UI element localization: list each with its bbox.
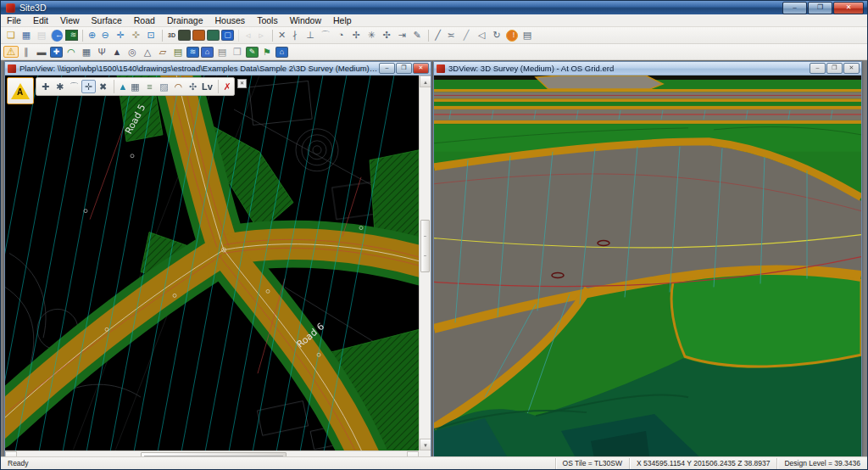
minimize-button[interactable]: – bbox=[782, 2, 807, 14]
zoom-out-icon[interactable]: ⊖ bbox=[97, 30, 113, 42]
select-node-icon[interactable]: ✛ bbox=[81, 80, 96, 93]
view3d-maximize-button[interactable]: ❐ bbox=[826, 63, 843, 74]
toolbar-close-icon[interactable]: ✕ bbox=[237, 79, 247, 88]
road-design-icon[interactable]: ∥ bbox=[19, 46, 34, 58]
print-icon[interactable]: ▤ bbox=[34, 30, 49, 42]
levels-add-icon[interactable]: ≡ bbox=[142, 80, 157, 93]
landscape-icon[interactable]: ✎ bbox=[246, 47, 259, 58]
planview-titlebar[interactable]: PlanView: \\tigon\wbp\1500\1540\drawings… bbox=[5, 62, 431, 76]
road-markings-icon[interactable]: ▲ bbox=[109, 46, 125, 58]
earthworks-icon[interactable]: △ bbox=[140, 46, 155, 58]
construction-icon[interactable]: ▤ bbox=[170, 46, 186, 58]
estate-icon[interactable]: ⌂ bbox=[275, 47, 288, 58]
check-road-icon[interactable]: ⚠ bbox=[3, 46, 19, 58]
status-bar: Ready OS Tile = TL30SW X 534595.1154 Y 2… bbox=[1, 456, 867, 469]
view3d-canvas[interactable] bbox=[434, 76, 861, 456]
view3d-minimize-button[interactable]: – bbox=[810, 63, 826, 74]
hatch-icon[interactable]: ▨ bbox=[157, 80, 171, 93]
junction-design-icon[interactable]: Ψ bbox=[94, 46, 109, 58]
error-warning-icon[interactable]: ! bbox=[506, 30, 518, 42]
report-icon[interactable]: ▤ bbox=[214, 46, 230, 58]
planview-canvas[interactable]: Road 5 Road 6 A ✚✱⌒✛✖▲▦≡▨◠✣Lv✗ ✕ bbox=[5, 76, 419, 450]
prev-view-icon[interactable]: ◃ bbox=[238, 30, 253, 42]
scroll-up-icon[interactable]: ▲ bbox=[420, 76, 431, 87]
planview-vscrollbar[interactable]: ▲ ▼ bbox=[419, 76, 431, 450]
scroll-left-icon[interactable]: ◄ bbox=[5, 451, 17, 456]
angle-icon[interactable]: ◔ bbox=[333, 30, 348, 42]
visibility-icon[interactable]: ◎ bbox=[125, 46, 140, 58]
menu-item[interactable]: Help bbox=[327, 14, 358, 26]
planview-maximize-button[interactable]: ❐ bbox=[396, 63, 412, 74]
menu-item[interactable]: File bbox=[1, 14, 27, 26]
delete-node-icon[interactable]: ✖ bbox=[96, 80, 110, 93]
star-point-icon[interactable]: ✳ bbox=[364, 30, 379, 42]
fit-arc-icon[interactable]: ⌒ bbox=[318, 30, 333, 42]
view-2d3d-icon[interactable]: 3D bbox=[162, 30, 177, 42]
add-node-icon[interactable]: ✱ bbox=[53, 80, 67, 93]
view3d-close-button[interactable]: ✕ bbox=[843, 63, 860, 74]
zoom-in-icon[interactable]: ⊕ bbox=[82, 30, 97, 42]
scroll-down-icon[interactable]: ▼ bbox=[420, 439, 431, 450]
surface-view-icon[interactable]: ≋ bbox=[65, 30, 78, 41]
export-icon[interactable]: ❒ bbox=[230, 46, 245, 58]
point-levels-icon[interactable]: ✣ bbox=[186, 80, 200, 93]
menu-item[interactable]: Houses bbox=[209, 14, 252, 26]
join-lines-icon[interactable]: ✕ bbox=[272, 30, 287, 42]
parallel-line-icon[interactable]: ≍ bbox=[443, 30, 459, 42]
menu-item[interactable]: Surface bbox=[86, 14, 128, 26]
add-curve-icon[interactable]: ⌒ bbox=[67, 80, 81, 93]
section-warning-button[interactable]: A bbox=[7, 77, 34, 104]
planview-minimize-button[interactable]: – bbox=[379, 63, 395, 74]
close-button[interactable]: ✕ bbox=[833, 2, 864, 14]
hscroll-thumb[interactable] bbox=[141, 452, 287, 456]
delete-road-icon[interactable]: ✗ bbox=[218, 80, 232, 93]
menu-item[interactable]: Window bbox=[284, 14, 327, 26]
planview-close-button[interactable]: ✕ bbox=[413, 63, 429, 74]
flag-node-icon[interactable]: ◁ bbox=[474, 30, 489, 42]
menu-item[interactable]: Tools bbox=[251, 14, 284, 26]
view3d-titlebar[interactable]: 3DView: 3D Survey (Medium) - At OS Grid.… bbox=[434, 62, 861, 76]
long-section-icon[interactable]: ▦ bbox=[128, 80, 142, 93]
view-terrain-icon[interactable] bbox=[207, 30, 220, 41]
level-label-icon[interactable]: Lv bbox=[200, 80, 214, 93]
surface-design-icon[interactable]: ◠ bbox=[64, 46, 79, 58]
drainage-design-icon[interactable]: ≋ bbox=[186, 47, 199, 58]
carriageway-icon[interactable]: ▬ bbox=[34, 46, 49, 58]
menu-item[interactable]: View bbox=[54, 14, 86, 26]
rotate-view-icon[interactable]: ↻ bbox=[489, 30, 504, 42]
pan-icon[interactable]: ✜ bbox=[128, 30, 143, 42]
signage-icon[interactable]: ⚑ bbox=[259, 46, 275, 58]
save-icon[interactable]: ▦ bbox=[19, 30, 34, 42]
open-file-icon[interactable]: ❏ bbox=[3, 30, 19, 42]
view-night-icon[interactable] bbox=[178, 30, 191, 41]
align-points-icon[interactable]: ⇥ bbox=[394, 30, 409, 42]
draw-line-icon[interactable]: ╱ bbox=[428, 30, 443, 42]
menu-item[interactable]: Drainage bbox=[161, 14, 209, 26]
view-render-icon[interactable]: ▢ bbox=[221, 30, 234, 41]
break-line-icon[interactable]: ∤ bbox=[287, 30, 303, 42]
next-view-icon[interactable]: ▹ bbox=[253, 30, 269, 42]
view-thermal-icon[interactable] bbox=[192, 30, 205, 41]
spread-points-icon[interactable]: ✣ bbox=[379, 30, 394, 42]
zoom-window-icon[interactable]: ⊡ bbox=[143, 30, 159, 42]
menu-item[interactable]: Edit bbox=[27, 14, 54, 26]
house-design-icon[interactable]: ⌂ bbox=[201, 47, 214, 58]
back-icon[interactable]: ← bbox=[51, 30, 63, 42]
kerbs-icon[interactable]: ▱ bbox=[155, 46, 170, 58]
zoom-extents-icon[interactable]: ✛ bbox=[113, 30, 128, 42]
curve-road-icon[interactable]: ◠ bbox=[171, 80, 186, 93]
crossing-icon[interactable]: ✚ bbox=[50, 47, 63, 58]
tee-junction-icon[interactable]: ⊥ bbox=[303, 30, 318, 42]
maximize-button[interactable]: ❐ bbox=[808, 2, 832, 14]
sketch-icon[interactable]: ✎ bbox=[409, 30, 425, 42]
levels-table-icon[interactable]: ▦ bbox=[79, 46, 94, 58]
planview-hscrollbar[interactable]: ◄ ► bbox=[5, 450, 419, 456]
scroll-right-icon[interactable]: ► bbox=[407, 451, 419, 456]
add-section-point-icon[interactable]: ✚ bbox=[38, 80, 53, 93]
menu-item[interactable]: Road bbox=[128, 14, 161, 26]
error-list-icon[interactable]: ▤ bbox=[520, 30, 535, 42]
section-surface-icon[interactable]: ▲ bbox=[114, 80, 128, 93]
move-point-icon[interactable]: ✢ bbox=[348, 30, 364, 42]
vscroll-thumb[interactable] bbox=[420, 220, 430, 272]
polyline-icon[interactable]: ╱ bbox=[459, 30, 474, 42]
